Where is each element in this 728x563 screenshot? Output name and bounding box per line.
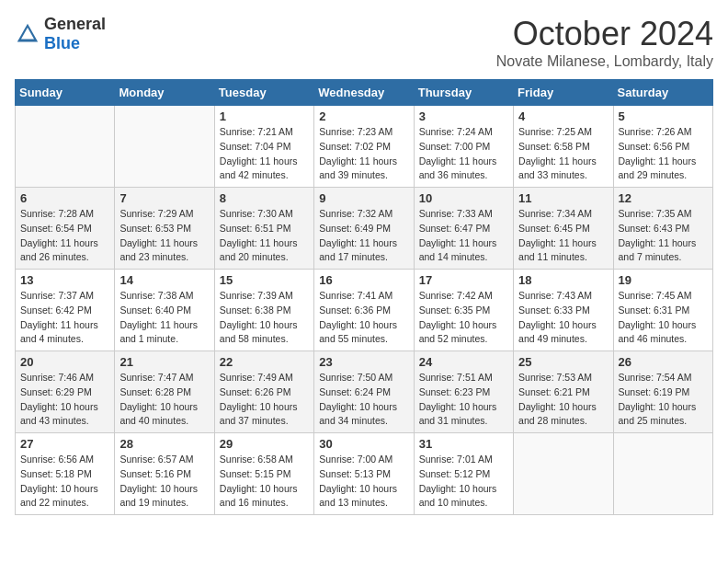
table-row: 1 Sunrise: 7:21 AMSunset: 7:04 PMDayligh… bbox=[214, 106, 313, 188]
day-detail: Sunrise: 7:47 AMSunset: 6:28 PMDaylight:… bbox=[119, 372, 198, 426]
day-detail: Sunrise: 7:49 AMSunset: 6:26 PMDaylight:… bbox=[220, 372, 298, 426]
day-number: 4 bbox=[518, 109, 608, 123]
day-detail: Sunrise: 7:51 AMSunset: 6:23 PMDaylight:… bbox=[419, 372, 497, 426]
day-detail: Sunrise: 7:01 AMSunset: 5:12 PMDaylight:… bbox=[419, 454, 497, 508]
table-row: 25 Sunrise: 7:53 AMSunset: 6:21 PMDaylig… bbox=[514, 351, 613, 433]
table-row: 8 Sunrise: 7:30 AMSunset: 6:51 PMDayligh… bbox=[214, 188, 313, 270]
header-wednesday: Wednesday bbox=[314, 80, 414, 106]
day-number: 12 bbox=[619, 191, 708, 205]
table-row: 10 Sunrise: 7:33 AMSunset: 6:47 PMDaylig… bbox=[414, 188, 513, 270]
table-row: 29 Sunrise: 6:58 AMSunset: 5:15 PMDaylig… bbox=[214, 433, 313, 515]
table-row: 28 Sunrise: 6:57 AMSunset: 5:16 PMDaylig… bbox=[115, 433, 214, 515]
day-number: 2 bbox=[319, 109, 408, 123]
table-row: 17 Sunrise: 7:42 AMSunset: 6:35 PMDaylig… bbox=[414, 270, 513, 351]
day-number: 7 bbox=[119, 191, 209, 205]
day-detail: Sunrise: 7:35 AMSunset: 6:43 PMDaylight:… bbox=[619, 208, 697, 262]
header-friday: Friday bbox=[514, 80, 613, 106]
calendar-week-3: 13 Sunrise: 7:37 AMSunset: 6:42 PMDaylig… bbox=[16, 270, 713, 351]
day-number: 31 bbox=[419, 437, 508, 451]
day-detail: Sunrise: 7:34 AMSunset: 6:45 PMDaylight:… bbox=[518, 208, 597, 262]
calendar-week-4: 20 Sunrise: 7:46 AMSunset: 6:29 PMDaylig… bbox=[16, 351, 713, 433]
day-detail: Sunrise: 6:56 AMSunset: 5:18 PMDaylight:… bbox=[20, 454, 98, 508]
header-saturday: Saturday bbox=[613, 80, 712, 106]
day-detail: Sunrise: 7:54 AMSunset: 6:19 PMDaylight:… bbox=[619, 372, 697, 426]
table-row: 6 Sunrise: 7:28 AMSunset: 6:54 PMDayligh… bbox=[16, 188, 115, 270]
day-detail: Sunrise: 7:24 AMSunset: 7:00 PMDaylight:… bbox=[419, 126, 497, 180]
logo-wordmark: General Blue bbox=[44, 15, 106, 53]
calendar-header-row: Sunday Monday Tuesday Wednesday Thursday… bbox=[16, 80, 713, 106]
day-number: 10 bbox=[419, 191, 508, 205]
day-detail: Sunrise: 6:58 AMSunset: 5:15 PMDaylight:… bbox=[220, 454, 298, 508]
logo-text-general: General bbox=[44, 15, 106, 33]
day-detail: Sunrise: 7:29 AMSunset: 6:53 PMDaylight:… bbox=[119, 208, 198, 262]
table-row: 7 Sunrise: 7:29 AMSunset: 6:53 PMDayligh… bbox=[115, 188, 214, 270]
table-row: 26 Sunrise: 7:54 AMSunset: 6:19 PMDaylig… bbox=[613, 351, 712, 433]
table-row: 14 Sunrise: 7:38 AMSunset: 6:40 PMDaylig… bbox=[115, 270, 214, 351]
day-detail: Sunrise: 7:50 AMSunset: 6:24 PMDaylight:… bbox=[319, 372, 397, 426]
day-detail: Sunrise: 7:25 AMSunset: 6:58 PMDaylight:… bbox=[518, 126, 597, 180]
table-row: 18 Sunrise: 7:43 AMSunset: 6:33 PMDaylig… bbox=[514, 270, 613, 351]
table-row: 3 Sunrise: 7:24 AMSunset: 7:00 PMDayligh… bbox=[414, 106, 513, 188]
day-detail: Sunrise: 7:33 AMSunset: 6:47 PMDaylight:… bbox=[419, 208, 497, 262]
day-number: 30 bbox=[319, 437, 408, 451]
month-title: October 2024 bbox=[496, 15, 713, 53]
table-row: 11 Sunrise: 7:34 AMSunset: 6:45 PMDaylig… bbox=[514, 188, 613, 270]
day-detail: Sunrise: 7:38 AMSunset: 6:40 PMDaylight:… bbox=[119, 290, 198, 344]
table-row: 23 Sunrise: 7:50 AMSunset: 6:24 PMDaylig… bbox=[314, 351, 414, 433]
day-number: 8 bbox=[220, 191, 309, 205]
table-row: 27 Sunrise: 6:56 AMSunset: 5:18 PMDaylig… bbox=[16, 433, 115, 515]
table-row bbox=[514, 433, 613, 515]
day-detail: Sunrise: 7:26 AMSunset: 6:56 PMDaylight:… bbox=[619, 126, 697, 180]
page-header: General Blue October 2024 Novate Milanes… bbox=[15, 15, 713, 70]
day-detail: Sunrise: 7:30 AMSunset: 6:51 PMDaylight:… bbox=[220, 208, 298, 262]
day-number: 11 bbox=[518, 191, 608, 205]
table-row: 30 Sunrise: 7:00 AMSunset: 5:13 PMDaylig… bbox=[314, 433, 414, 515]
day-number: 23 bbox=[319, 355, 408, 369]
day-detail: Sunrise: 7:42 AMSunset: 6:35 PMDaylight:… bbox=[419, 290, 497, 344]
table-row bbox=[613, 433, 712, 515]
day-number: 28 bbox=[119, 437, 209, 451]
day-number: 17 bbox=[419, 273, 508, 287]
table-row: 12 Sunrise: 7:35 AMSunset: 6:43 PMDaylig… bbox=[613, 188, 712, 270]
day-number: 18 bbox=[518, 273, 608, 287]
day-detail: Sunrise: 7:21 AMSunset: 7:04 PMDaylight:… bbox=[220, 126, 298, 180]
day-detail: Sunrise: 7:53 AMSunset: 6:21 PMDaylight:… bbox=[518, 372, 597, 426]
table-row: 19 Sunrise: 7:45 AMSunset: 6:31 PMDaylig… bbox=[613, 270, 712, 351]
day-detail: Sunrise: 7:39 AMSunset: 6:38 PMDaylight:… bbox=[220, 290, 298, 344]
day-number: 20 bbox=[20, 355, 109, 369]
day-number: 15 bbox=[220, 273, 309, 287]
title-block: October 2024 Novate Milanese, Lombardy, … bbox=[496, 15, 713, 70]
table-row: 22 Sunrise: 7:49 AMSunset: 6:26 PMDaylig… bbox=[214, 351, 313, 433]
table-row: 2 Sunrise: 7:23 AMSunset: 7:02 PMDayligh… bbox=[314, 106, 414, 188]
day-detail: Sunrise: 7:00 AMSunset: 5:13 PMDaylight:… bbox=[319, 454, 397, 508]
day-number: 22 bbox=[220, 355, 309, 369]
day-detail: Sunrise: 7:28 AMSunset: 6:54 PMDaylight:… bbox=[20, 208, 98, 262]
table-row: 16 Sunrise: 7:41 AMSunset: 6:36 PMDaylig… bbox=[314, 270, 414, 351]
day-number: 5 bbox=[619, 109, 708, 123]
day-number: 26 bbox=[619, 355, 708, 369]
logo: General Blue bbox=[15, 15, 106, 53]
day-detail: Sunrise: 7:45 AMSunset: 6:31 PMDaylight:… bbox=[619, 290, 697, 344]
day-detail: Sunrise: 7:43 AMSunset: 6:33 PMDaylight:… bbox=[518, 290, 597, 344]
day-number: 25 bbox=[518, 355, 608, 369]
table-row: 21 Sunrise: 7:47 AMSunset: 6:28 PMDaylig… bbox=[115, 351, 214, 433]
table-row: 13 Sunrise: 7:37 AMSunset: 6:42 PMDaylig… bbox=[16, 270, 115, 351]
day-number: 29 bbox=[220, 437, 309, 451]
day-detail: Sunrise: 7:46 AMSunset: 6:29 PMDaylight:… bbox=[20, 372, 98, 426]
day-detail: Sunrise: 6:57 AMSunset: 5:16 PMDaylight:… bbox=[119, 454, 198, 508]
day-number: 13 bbox=[20, 273, 109, 287]
day-number: 16 bbox=[319, 273, 408, 287]
day-number: 19 bbox=[619, 273, 708, 287]
table-row bbox=[16, 106, 115, 188]
calendar-week-1: 1 Sunrise: 7:21 AMSunset: 7:04 PMDayligh… bbox=[16, 106, 713, 188]
calendar-table: Sunday Monday Tuesday Wednesday Thursday… bbox=[15, 79, 713, 515]
header-tuesday: Tuesday bbox=[214, 80, 313, 106]
day-number: 6 bbox=[20, 191, 109, 205]
day-number: 21 bbox=[119, 355, 209, 369]
logo-icon bbox=[15, 21, 40, 47]
day-detail: Sunrise: 7:37 AMSunset: 6:42 PMDaylight:… bbox=[20, 290, 98, 344]
day-detail: Sunrise: 7:41 AMSunset: 6:36 PMDaylight:… bbox=[319, 290, 397, 344]
table-row: 20 Sunrise: 7:46 AMSunset: 6:29 PMDaylig… bbox=[16, 351, 115, 433]
day-detail: Sunrise: 7:23 AMSunset: 7:02 PMDaylight:… bbox=[319, 126, 397, 180]
day-number: 1 bbox=[220, 109, 309, 123]
